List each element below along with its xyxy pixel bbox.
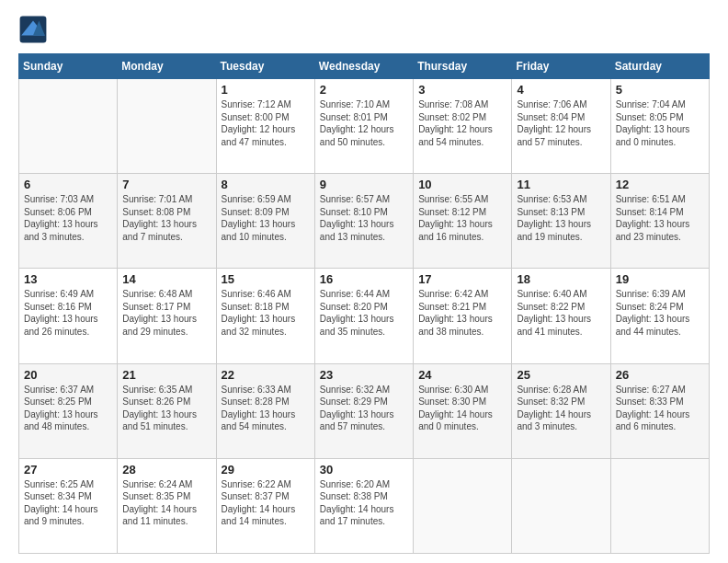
- cell-text: Sunrise: 6:49 AM Sunset: 8:16 PM Dayligh…: [24, 288, 112, 338]
- calendar-cell: 14Sunrise: 6:48 AM Sunset: 8:17 PM Dayli…: [118, 269, 216, 363]
- weekday-header-monday: Monday: [118, 54, 216, 79]
- cell-text: Sunrise: 7:06 AM Sunset: 8:04 PM Dayligh…: [517, 98, 605, 148]
- calendar-cell: 9Sunrise: 6:57 AM Sunset: 8:10 PM Daylig…: [314, 174, 413, 269]
- calendar-cell: 2Sunrise: 7:10 AM Sunset: 8:01 PM Daylig…: [314, 79, 413, 174]
- weekday-header-wednesday: Wednesday: [314, 54, 413, 79]
- calendar-cell: 25Sunrise: 6:28 AM Sunset: 8:32 PM Dayli…: [512, 363, 610, 458]
- week-row-4: 27Sunrise: 6:25 AM Sunset: 8:34 PM Dayli…: [19, 458, 710, 553]
- calendar-cell: 23Sunrise: 6:32 AM Sunset: 8:29 PM Dayli…: [314, 363, 413, 458]
- cell-text: Sunrise: 6:25 AM Sunset: 8:34 PM Dayligh…: [24, 478, 112, 528]
- calendar-cell: 18Sunrise: 6:40 AM Sunset: 8:22 PM Dayli…: [512, 269, 610, 363]
- calendar-cell: 22Sunrise: 6:33 AM Sunset: 8:28 PM Dayli…: [216, 363, 314, 458]
- day-number: 1: [222, 83, 310, 97]
- calendar-cell: 20Sunrise: 6:37 AM Sunset: 8:25 PM Dayli…: [19, 363, 118, 458]
- day-number: 9: [320, 178, 408, 191]
- cell-text: Sunrise: 7:04 AM Sunset: 8:05 PM Dayligh…: [616, 98, 704, 148]
- cell-text: Sunrise: 6:40 AM Sunset: 8:22 PM Dayligh…: [517, 288, 605, 338]
- week-row-2: 13Sunrise: 6:49 AM Sunset: 8:16 PM Dayli…: [19, 269, 710, 363]
- logo-icon: [18, 15, 48, 44]
- weekday-header-sunday: Sunday: [19, 54, 118, 79]
- day-number: 12: [616, 178, 704, 191]
- cell-text: Sunrise: 6:42 AM Sunset: 8:21 PM Dayligh…: [418, 288, 506, 338]
- week-row-1: 6Sunrise: 7:03 AM Sunset: 8:06 PM Daylig…: [19, 174, 710, 269]
- day-number: 24: [418, 368, 506, 382]
- day-number: 30: [320, 463, 408, 477]
- calendar-cell: 10Sunrise: 6:55 AM Sunset: 8:12 PM Dayli…: [414, 174, 512, 269]
- day-number: 22: [222, 368, 310, 382]
- day-number: 13: [24, 272, 112, 286]
- cell-text: Sunrise: 6:51 AM Sunset: 8:14 PM Dayligh…: [616, 193, 704, 243]
- weekday-header-friday: Friday: [512, 54, 610, 79]
- day-number: 19: [616, 272, 704, 286]
- day-number: 26: [616, 368, 704, 382]
- day-number: 20: [24, 368, 112, 382]
- calendar-cell: 6Sunrise: 7:03 AM Sunset: 8:06 PM Daylig…: [19, 174, 118, 269]
- calendar-cell: 15Sunrise: 6:46 AM Sunset: 8:18 PM Dayli…: [216, 269, 314, 363]
- day-number: 28: [122, 463, 210, 477]
- cell-text: Sunrise: 6:32 AM Sunset: 8:29 PM Dayligh…: [320, 384, 408, 433]
- cell-text: Sunrise: 6:28 AM Sunset: 8:32 PM Dayligh…: [517, 384, 605, 433]
- calendar-cell: 21Sunrise: 6:35 AM Sunset: 8:26 PM Dayli…: [118, 363, 216, 458]
- calendar-cell: 8Sunrise: 6:59 AM Sunset: 8:09 PM Daylig…: [216, 174, 314, 269]
- calendar-table: SundayMondayTuesdayWednesdayThursdayFrid…: [18, 53, 710, 554]
- cell-text: Sunrise: 7:03 AM Sunset: 8:06 PM Dayligh…: [24, 193, 112, 243]
- cell-text: Sunrise: 7:08 AM Sunset: 8:02 PM Dayligh…: [418, 98, 506, 148]
- cell-text: Sunrise: 7:12 AM Sunset: 8:00 PM Dayligh…: [222, 98, 310, 148]
- weekday-header-tuesday: Tuesday: [216, 54, 314, 79]
- calendar-cell: 24Sunrise: 6:30 AM Sunset: 8:30 PM Dayli…: [414, 363, 512, 458]
- week-row-0: 1Sunrise: 7:12 AM Sunset: 8:00 PM Daylig…: [19, 79, 710, 174]
- day-number: 14: [122, 272, 210, 286]
- calendar-cell: 19Sunrise: 6:39 AM Sunset: 8:24 PM Dayli…: [610, 269, 709, 363]
- week-row-3: 20Sunrise: 6:37 AM Sunset: 8:25 PM Dayli…: [19, 363, 710, 458]
- day-number: 23: [320, 368, 408, 382]
- calendar-cell: [414, 458, 512, 553]
- day-number: 27: [24, 463, 112, 477]
- weekday-header-saturday: Saturday: [610, 54, 709, 79]
- day-number: 8: [222, 178, 310, 191]
- cell-text: Sunrise: 6:39 AM Sunset: 8:24 PM Dayligh…: [616, 288, 704, 338]
- calendar-cell: 17Sunrise: 6:42 AM Sunset: 8:21 PM Dayli…: [414, 269, 512, 363]
- cell-text: Sunrise: 6:37 AM Sunset: 8:25 PM Dayligh…: [24, 384, 112, 433]
- calendar-cell: 12Sunrise: 6:51 AM Sunset: 8:14 PM Dayli…: [610, 174, 709, 269]
- day-number: 29: [222, 463, 310, 477]
- day-number: 10: [418, 178, 506, 191]
- calendar-cell: 30Sunrise: 6:20 AM Sunset: 8:38 PM Dayli…: [314, 458, 413, 553]
- cell-text: Sunrise: 6:55 AM Sunset: 8:12 PM Dayligh…: [418, 193, 506, 243]
- day-number: 21: [122, 368, 210, 382]
- cell-text: Sunrise: 7:01 AM Sunset: 8:08 PM Dayligh…: [122, 193, 210, 243]
- calendar-cell: 1Sunrise: 7:12 AM Sunset: 8:00 PM Daylig…: [216, 79, 314, 174]
- cell-text: Sunrise: 6:57 AM Sunset: 8:10 PM Dayligh…: [320, 193, 408, 243]
- cell-text: Sunrise: 6:59 AM Sunset: 8:09 PM Dayligh…: [222, 193, 310, 243]
- day-number: 18: [517, 272, 605, 286]
- calendar-cell: 5Sunrise: 7:04 AM Sunset: 8:05 PM Daylig…: [610, 79, 709, 174]
- cell-text: Sunrise: 6:35 AM Sunset: 8:26 PM Dayligh…: [122, 384, 210, 433]
- calendar-cell: [118, 79, 216, 174]
- calendar-cell: 4Sunrise: 7:06 AM Sunset: 8:04 PM Daylig…: [512, 79, 610, 174]
- calendar-cell: 11Sunrise: 6:53 AM Sunset: 8:13 PM Dayli…: [512, 174, 610, 269]
- cell-text: Sunrise: 6:30 AM Sunset: 8:30 PM Dayligh…: [418, 384, 506, 433]
- calendar-cell: 3Sunrise: 7:08 AM Sunset: 8:02 PM Daylig…: [414, 79, 512, 174]
- logo: [18, 15, 51, 44]
- calendar-cell: 13Sunrise: 6:49 AM Sunset: 8:16 PM Dayli…: [19, 269, 118, 363]
- day-number: 2: [320, 83, 408, 97]
- cell-text: Sunrise: 6:22 AM Sunset: 8:37 PM Dayligh…: [222, 478, 310, 528]
- cell-text: Sunrise: 6:20 AM Sunset: 8:38 PM Dayligh…: [320, 478, 408, 528]
- day-number: 16: [320, 272, 408, 286]
- day-number: 4: [517, 83, 605, 97]
- calendar-cell: 28Sunrise: 6:24 AM Sunset: 8:35 PM Dayli…: [118, 458, 216, 553]
- calendar-cell: 27Sunrise: 6:25 AM Sunset: 8:34 PM Dayli…: [19, 458, 118, 553]
- weekday-header-row: SundayMondayTuesdayWednesdayThursdayFrid…: [19, 54, 710, 79]
- calendar-cell: [512, 458, 610, 553]
- day-number: 17: [418, 272, 506, 286]
- cell-text: Sunrise: 6:53 AM Sunset: 8:13 PM Dayligh…: [517, 193, 605, 243]
- cell-text: Sunrise: 6:46 AM Sunset: 8:18 PM Dayligh…: [222, 288, 310, 338]
- day-number: 5: [616, 83, 704, 97]
- day-number: 25: [517, 368, 605, 382]
- calendar-cell: [610, 458, 709, 553]
- cell-text: Sunrise: 7:10 AM Sunset: 8:01 PM Dayligh…: [320, 98, 408, 148]
- cell-text: Sunrise: 6:33 AM Sunset: 8:28 PM Dayligh…: [222, 384, 310, 433]
- cell-text: Sunrise: 6:24 AM Sunset: 8:35 PM Dayligh…: [122, 478, 210, 528]
- cell-text: Sunrise: 6:48 AM Sunset: 8:17 PM Dayligh…: [122, 288, 210, 338]
- calendar-cell: 16Sunrise: 6:44 AM Sunset: 8:20 PM Dayli…: [314, 269, 413, 363]
- header: [18, 15, 710, 44]
